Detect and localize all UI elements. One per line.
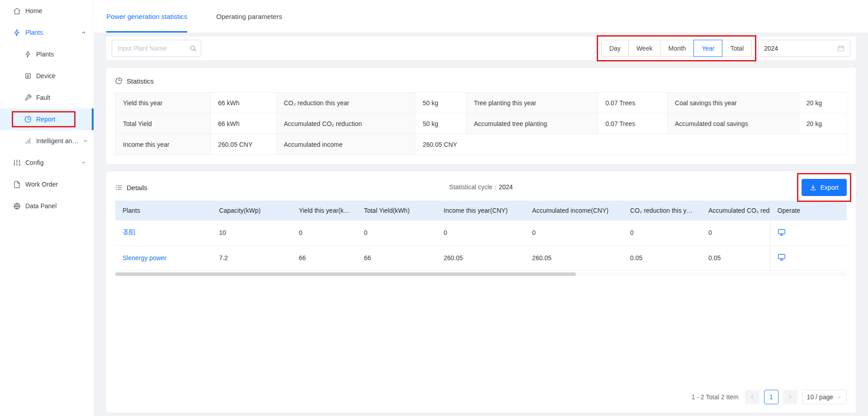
sidebar-item-label: Plants	[36, 51, 54, 58]
col-accumulated-co2[interactable]: Accumulated CO₂ reduction	[701, 201, 770, 220]
sidebar-item-home[interactable]: Home	[0, 0, 94, 22]
stat-value: 50 kg	[415, 113, 466, 134]
monitor-icon[interactable]	[778, 228, 786, 236]
statistics-header: Statistics	[115, 73, 847, 89]
sidebar-item-work-order[interactable]: Work Order	[0, 173, 94, 195]
export-button[interactable]: Export	[802, 179, 847, 196]
bolt-icon	[24, 51, 32, 58]
details-table-header-row: Plants Capacity(kWp) Yield this year(k… …	[115, 201, 847, 220]
statistics-card: Statistics Yield this year 66 kWh CO₂ re…	[106, 68, 856, 164]
chevron-down-icon	[83, 138, 88, 144]
col-income-this-year[interactable]: Income this year(CNY)	[436, 201, 525, 220]
statistics-row: Yield this year 66 kWh CO₂ reduction thi…	[116, 93, 847, 113]
cell-accumulated-income: 260.05	[525, 245, 623, 270]
stat-label: Accumulated tree planting	[467, 113, 598, 134]
plant-search-input[interactable]	[112, 40, 201, 57]
chevron-down-icon	[837, 395, 842, 400]
table-row: Slenergy power 7.2 66 66 260.05 260.05 0…	[115, 245, 847, 270]
sidebar-item-fault[interactable]: Fault	[0, 87, 94, 108]
tab-label: Operating parameters	[216, 13, 282, 20]
stat-value: 20 kg	[799, 113, 846, 134]
search-icon[interactable]	[189, 45, 197, 52]
sidebar-item-device[interactable]: Device	[0, 65, 94, 87]
filter-bar: Day Week Month Year Total 2024	[106, 37, 856, 60]
col-co2-reduction[interactable]: CO₂ reduction this y…	[623, 201, 701, 220]
cell-yield-this-year: 66	[292, 245, 357, 270]
statistical-cycle-label: Statistical cycle：	[449, 183, 499, 191]
app-window: Home Plants Plants Device	[0, 0, 868, 416]
plant-search	[112, 40, 201, 57]
pagination-summary: 1 - 2 Total 2 Item	[692, 393, 739, 401]
chevron-down-icon	[81, 160, 86, 165]
stat-label: Income this year	[116, 134, 211, 155]
monitor-icon[interactable]	[778, 253, 786, 261]
device-icon	[24, 72, 32, 79]
details-header: Details Statistical cycle：2024 Export	[115, 177, 847, 198]
period-total-button[interactable]: Total	[722, 40, 752, 57]
cell-accumulated-co2: 0.05	[701, 245, 770, 270]
period-day-button[interactable]: Day	[601, 40, 629, 57]
sidebar-item-label: Home	[25, 7, 42, 14]
stat-label: Total Yield	[116, 113, 211, 134]
document-icon	[13, 181, 21, 188]
cell-accumulated-income: 0	[525, 220, 623, 245]
sidebar-item-config[interactable]: Config	[0, 152, 94, 173]
col-plants[interactable]: Plants	[115, 201, 212, 220]
stat-value: 20 kg	[799, 93, 846, 113]
sidebar-item-label: Report	[36, 116, 55, 123]
period-month-button[interactable]: Month	[660, 40, 694, 57]
statistics-row: Total Yield 66 kWh Accumulated CO₂ reduc…	[116, 113, 847, 134]
pie-chart-icon	[115, 77, 123, 84]
period-year-button[interactable]: Year	[693, 40, 722, 57]
sidebar-item-label: Config	[25, 159, 43, 166]
tab-power-generation-statistics[interactable]: Power generation statistics	[106, 0, 187, 33]
sidebar-item-data-panel[interactable]: Data Panel	[0, 195, 94, 217]
sidebar-item-label: Intelligent an…	[36, 137, 78, 145]
tab-operating-parameters[interactable]: Operating parameters	[216, 0, 282, 33]
stat-label: Accumulated income	[276, 134, 415, 155]
stat-label: Yield this year	[116, 93, 211, 113]
horizontal-scrollbar-track[interactable]	[115, 272, 847, 276]
stat-label: Coal savings this year	[667, 93, 799, 113]
sidebar-item-plants-group[interactable]: Plants	[0, 22, 94, 43]
calendar-icon	[837, 45, 844, 52]
page-size-select[interactable]: 10 / page	[802, 390, 847, 404]
download-icon	[810, 184, 816, 191]
cell-income-this-year: 260.05	[436, 245, 525, 270]
cell-total-yield: 66	[357, 245, 436, 270]
plant-link[interactable]: 圣阳	[123, 229, 135, 236]
pagination-prev-button[interactable]	[745, 390, 760, 404]
cell-accumulated-co2: 0	[701, 220, 770, 245]
sidebar-item-intelligent-analysis[interactable]: Intelligent an…	[0, 130, 94, 152]
list-icon	[115, 184, 123, 191]
col-yield-this-year[interactable]: Yield this year(k…	[292, 201, 357, 220]
col-capacity[interactable]: Capacity(kWp)	[212, 201, 292, 220]
statistics-row: Income this year 260.05 CNY Accumulated …	[116, 134, 847, 155]
plant-link[interactable]: Slenergy power	[123, 254, 166, 262]
bolt-icon	[13, 29, 21, 37]
cell-income-this-year: 0	[436, 220, 525, 245]
page-size-value: 10 / page	[807, 393, 833, 401]
stat-value: 0.07 Trees	[598, 93, 668, 113]
pagination-next-button[interactable]	[783, 390, 797, 404]
main-area: Power generation statistics Operating pa…	[94, 0, 868, 416]
col-total-yield[interactable]: Total Yield(kWh)	[357, 201, 436, 220]
sidebar-item-report[interactable]: Report	[0, 108, 94, 130]
horizontal-scrollbar-thumb[interactable]	[115, 272, 576, 276]
details-card: Details Statistical cycle：2024 Export	[106, 172, 856, 412]
stat-value: 0.07 Trees	[598, 113, 668, 134]
chevron-up-icon	[81, 30, 86, 35]
pagination-page-1[interactable]: 1	[764, 390, 778, 404]
statistics-title: Statistics	[127, 77, 154, 85]
period-filter-group: Day Week Month Year Total 2024	[601, 40, 850, 57]
period-week-button[interactable]: Week	[628, 40, 661, 57]
year-picker[interactable]: 2024	[758, 40, 850, 57]
sidebar-item-label: Work Order	[25, 181, 58, 188]
cell-co2-reduction: 0.05	[623, 245, 701, 270]
chevron-left-icon	[749, 394, 755, 400]
sidebar-item-label: Device	[36, 72, 56, 79]
col-accumulated-income[interactable]: Accumulated income(CNY)	[525, 201, 623, 220]
pagination: 1 - 2 Total 2 Item 1 10 / page	[115, 384, 847, 407]
stat-label: CO₂ reduction this year	[276, 93, 415, 113]
sidebar-item-plants[interactable]: Plants	[0, 43, 94, 65]
